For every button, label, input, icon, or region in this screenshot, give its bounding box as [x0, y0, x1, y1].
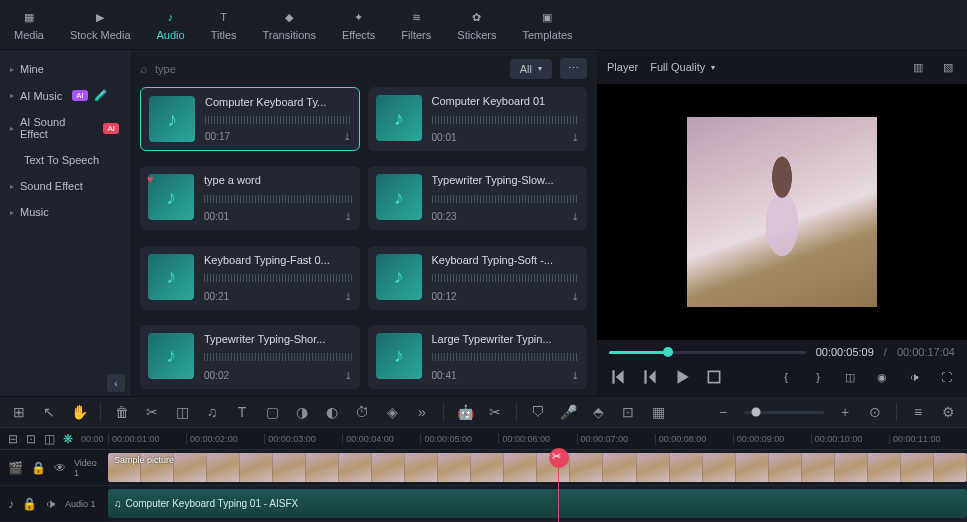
- marker-cut-icon[interactable]: ✂: [486, 403, 504, 421]
- download-icon[interactable]: ⤓: [571, 370, 579, 381]
- sidebar: ▸Mine▸AI MusicAI🧪▸AI Sound EffectAIText …: [0, 50, 130, 396]
- audio-track-icon[interactable]: ♪: [8, 497, 14, 511]
- play-button[interactable]: [673, 368, 691, 386]
- download-icon[interactable]: ⤓: [343, 131, 351, 142]
- nav-templates[interactable]: ▣Templates: [522, 8, 572, 41]
- magnet-icon[interactable]: ❋: [63, 432, 73, 446]
- audio-card[interactable]: ♪Computer Keyboard 0100:01⤓: [368, 87, 588, 151]
- filter-dropdown[interactable]: All ▾: [510, 59, 552, 79]
- audio-card[interactable]: ♪Large Typewriter Typin...00:41⤓: [368, 325, 588, 389]
- zoom-in-icon[interactable]: +: [836, 403, 854, 421]
- cut-icon[interactable]: ✂: [143, 403, 161, 421]
- nav-audio[interactable]: ♪Audio: [157, 8, 185, 41]
- shield-icon[interactable]: ⛉: [529, 403, 547, 421]
- audio-card[interactable]: ♪Typewriter Typing-Slow...00:23⤓: [368, 166, 588, 230]
- camera-icon[interactable]: ◉: [873, 368, 891, 386]
- video-track-body[interactable]: Sample picture: [108, 450, 967, 485]
- tag-icon[interactable]: ◈: [383, 403, 401, 421]
- ruler-icon-2[interactable]: ⊡: [26, 432, 36, 446]
- video-clip[interactable]: Sample picture: [108, 453, 967, 482]
- zoom-out-icon[interactable]: −: [714, 403, 732, 421]
- download-icon[interactable]: ⤓: [344, 370, 352, 381]
- color-icon[interactable]: ◐: [323, 403, 341, 421]
- more-tools-icon[interactable]: »: [413, 403, 431, 421]
- nav-stock[interactable]: ▶Stock Media: [70, 8, 131, 41]
- audio-card[interactable]: ♪Keyboard Typing-Fast 0...00:21⤓: [140, 246, 360, 310]
- audio-card[interactable]: ♪Typewriter Typing-Shor...00:02⤓: [140, 325, 360, 389]
- crop-icon[interactable]: ◫: [841, 368, 859, 386]
- audio-card[interactable]: ♪Computer Keyboard Ty...00:17⤓: [140, 87, 360, 151]
- sidebar-item-ai-music[interactable]: ▸AI MusicAI🧪: [0, 82, 129, 109]
- nav-transitions[interactable]: ◆Transitions: [263, 8, 316, 41]
- nav-media[interactable]: ▦Media: [14, 8, 44, 41]
- scrub-bar[interactable]: [609, 351, 806, 354]
- visibility-icon[interactable]: 👁: [54, 461, 66, 475]
- audio-track-body[interactable]: ♫ Computer Keyboard Typing 01 - AISFX: [108, 486, 967, 521]
- step-back-button[interactable]: [641, 368, 659, 386]
- sidebar-item-text-to-speech[interactable]: Text To Speech: [0, 147, 129, 173]
- download-icon[interactable]: ⤓: [571, 291, 579, 302]
- zoom-slider[interactable]: [744, 411, 824, 414]
- nav-effects[interactable]: ✦Effects: [342, 8, 375, 41]
- audio-title: Keyboard Typing-Soft -...: [432, 254, 580, 266]
- volume-icon[interactable]: 🕩: [905, 368, 923, 386]
- adjust-icon[interactable]: ◑: [293, 403, 311, 421]
- search-input[interactable]: type: [155, 63, 502, 75]
- mic-icon[interactable]: 🎤: [559, 403, 577, 421]
- ai-assistant-icon[interactable]: 🤖: [456, 403, 474, 421]
- video-preview[interactable]: [597, 84, 967, 340]
- mute-icon[interactable]: 🕩: [45, 497, 57, 511]
- download-icon[interactable]: ⤓: [344, 211, 352, 222]
- speed-icon[interactable]: ⏱: [353, 403, 371, 421]
- nav-stickers[interactable]: ✿Stickers: [457, 8, 496, 41]
- zoom-fit-icon[interactable]: ⊙: [866, 403, 884, 421]
- prev-frame-button[interactable]: [609, 368, 627, 386]
- pointer-tool-icon[interactable]: ↖: [40, 403, 58, 421]
- audio-card[interactable]: ♪Keyboard Typing-Soft -...00:12⤓: [368, 246, 588, 310]
- mark-out-button[interactable]: }: [809, 368, 827, 386]
- download-icon[interactable]: ⤓: [571, 211, 579, 222]
- video-track-icon[interactable]: 🎬: [8, 461, 23, 475]
- group-icon[interactable]: ⊡: [619, 403, 637, 421]
- snapshot-icon[interactable]: ▧: [939, 58, 957, 76]
- download-icon[interactable]: ⤓: [344, 291, 352, 302]
- timeline-ruler[interactable]: ⊟ ⊡ ◫ ❋ 00:00 00:00:01:0000:00:02:0000:0…: [0, 428, 967, 450]
- download-icon[interactable]: ⤓: [571, 132, 579, 143]
- ruler-icon-3[interactable]: ◫: [44, 432, 55, 446]
- stop-button[interactable]: [705, 368, 723, 386]
- time-separator: /: [884, 346, 887, 358]
- sidebar-item-mine[interactable]: ▸Mine: [0, 56, 129, 82]
- sidebar-item-ai-sound-effect[interactable]: ▸AI Sound EffectAI: [0, 109, 129, 147]
- lock-icon[interactable]: 🔒: [22, 497, 37, 511]
- compare-icon[interactable]: ▥: [909, 58, 927, 76]
- delete-icon[interactable]: 🗑: [113, 403, 131, 421]
- text-tool-icon[interactable]: T: [233, 403, 251, 421]
- player-tab[interactable]: Player: [607, 61, 638, 73]
- sidebar-collapse-button[interactable]: ‹: [107, 374, 125, 392]
- hand-tool-icon[interactable]: ✋: [70, 403, 88, 421]
- audio-duration: 00:01: [432, 132, 457, 143]
- selection-tool-icon[interactable]: ⊞: [10, 403, 28, 421]
- shape-tool-icon[interactable]: ▢: [263, 403, 281, 421]
- crop-tool-icon[interactable]: ◫: [173, 403, 191, 421]
- sidebar-item-sound-effect[interactable]: ▸Sound Effect: [0, 173, 129, 199]
- ruler-icon-1[interactable]: ⊟: [8, 432, 18, 446]
- fullscreen-icon[interactable]: ⛶: [937, 368, 955, 386]
- more-button[interactable]: ⋯: [560, 58, 587, 79]
- lock-icon[interactable]: 🔒: [31, 461, 46, 475]
- search-icon: ⌕: [140, 62, 147, 76]
- nav-titles[interactable]: TTitles: [211, 8, 237, 41]
- quality-dropdown[interactable]: Full Quality ▾: [650, 61, 715, 73]
- audio-card[interactable]: ♥♪type a word00:01⤓: [140, 166, 360, 230]
- filter-label: All: [520, 63, 532, 75]
- music-icon[interactable]: ♫: [203, 403, 221, 421]
- layers-icon[interactable]: ▦: [649, 403, 667, 421]
- list-view-icon[interactable]: ≡: [909, 403, 927, 421]
- settings-icon[interactable]: ⚙: [939, 403, 957, 421]
- sidebar-item-music[interactable]: ▸Music: [0, 199, 129, 225]
- waveform: [432, 116, 580, 124]
- mark-in-button[interactable]: {: [777, 368, 795, 386]
- nav-filters[interactable]: ≋Filters: [401, 8, 431, 41]
- link-icon[interactable]: ⬘: [589, 403, 607, 421]
- audio-clip[interactable]: ♫ Computer Keyboard Typing 01 - AISFX: [108, 489, 967, 518]
